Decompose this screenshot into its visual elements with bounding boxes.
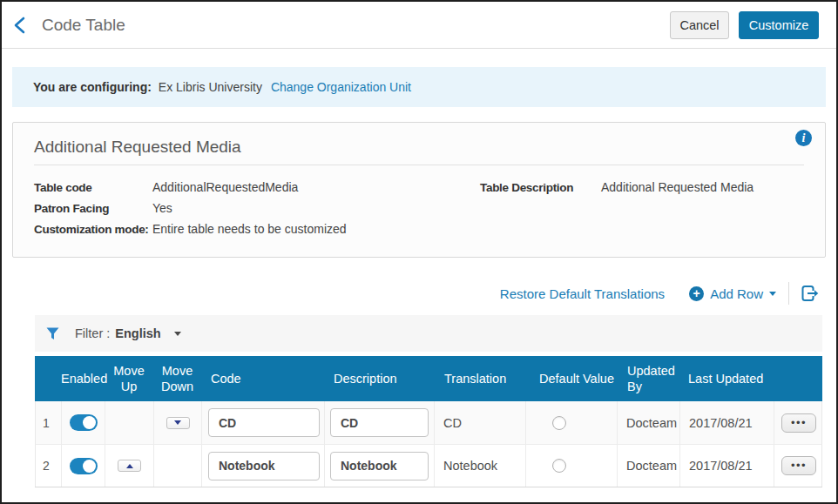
configuring-value: Ex Libris University [159, 80, 262, 94]
configuring-bar: You are configuring: Ex Libris Universit… [12, 67, 826, 107]
col-code: Code [201, 371, 324, 386]
cancel-button[interactable]: Cancel [670, 11, 729, 39]
top-bar: Code Table Cancel Customize [2, 2, 836, 49]
enabled-toggle[interactable] [70, 414, 98, 431]
divider [788, 282, 789, 305]
table-actions-row: Restore Default Translations + Add Row [2, 280, 836, 306]
col-default-value: Default Value [525, 371, 617, 386]
default-value-radio[interactable] [552, 459, 566, 473]
filter-dropdown-icon[interactable] [174, 332, 181, 336]
configuring-label: You are configuring: [33, 80, 152, 94]
table-body: 1 CD Docteam 2017/08/21 ••• 2 Notebook D… [35, 401, 822, 487]
filter-label: Filter : [75, 326, 110, 340]
updated-by-value: Docteam [618, 401, 680, 444]
description-input[interactable] [330, 452, 429, 480]
description-input[interactable] [330, 408, 429, 437]
chevron-down-icon [769, 292, 776, 296]
table-code-value: AdditionalRequestedMedia [152, 180, 298, 194]
table-description-value: Additional Requested Media [601, 180, 754, 194]
page-title: Code Table [42, 16, 125, 35]
row-number: 2 [36, 445, 62, 487]
code-table-panel: Additional Requested Media i Table code … [12, 122, 826, 258]
back-icon[interactable] [12, 17, 28, 34]
table-row: 1 CD Docteam 2017/08/21 ••• [35, 401, 822, 444]
table-description-label: Table Description [480, 181, 601, 194]
move-up-button[interactable] [118, 460, 141, 472]
last-updated-value: 2017/08/21 [680, 401, 774, 444]
row-actions-button[interactable]: ••• [781, 456, 816, 475]
toggle-knob [83, 460, 96, 473]
panel-divider [34, 165, 804, 165]
add-row-button[interactable]: + Add Row [689, 286, 776, 301]
code-input[interactable] [208, 452, 320, 480]
customization-mode-value: Entire table needs to be customized [152, 222, 347, 236]
code-input[interactable] [208, 408, 320, 437]
change-organization-unit-link[interactable]: Change Organization Unit [271, 80, 411, 94]
translation-value: CD [435, 401, 526, 444]
table-header: Enabled Move Up Move Down Code Descripti… [35, 356, 822, 401]
col-move-down: Move Down [153, 363, 201, 394]
last-updated-value: 2017/08/21 [680, 445, 774, 487]
panel-title: Additional Requested Media [34, 123, 804, 157]
plus-icon: + [689, 286, 704, 301]
col-move-up: Move Up [105, 363, 153, 394]
filter-bar: Filter : English [35, 315, 822, 352]
restore-default-translations-link[interactable]: Restore Default Translations [500, 286, 665, 301]
row-actions-button[interactable]: ••• [781, 413, 816, 433]
table-code-label: Table code [34, 181, 152, 194]
filter-icon[interactable] [46, 327, 59, 340]
arrow-up-icon [126, 464, 133, 468]
info-icon[interactable]: i [795, 130, 812, 146]
code-table: Filter : English Enabled Move Up Move Do… [35, 315, 822, 487]
toggle-knob [83, 416, 96, 429]
col-enabled: Enabled [61, 371, 105, 386]
col-last-updated: Last Updated [679, 371, 774, 386]
col-description: Description [324, 371, 434, 386]
updated-by-value: Docteam [618, 445, 680, 487]
customization-mode-label: Customization mode: [34, 223, 152, 236]
translation-value: Notebook [435, 445, 526, 487]
row-number: 1 [36, 401, 62, 444]
col-translation: Translation [434, 371, 525, 386]
export-icon[interactable] [801, 285, 819, 302]
arrow-down-icon [174, 420, 181, 425]
move-down-cell [154, 445, 202, 487]
patron-facing-label: Patron Facing [34, 202, 152, 215]
table-row: 2 Notebook Docteam 2017/08/21 ••• [35, 444, 822, 487]
col-updated-by: Updated By [617, 363, 679, 394]
enabled-toggle[interactable] [70, 458, 98, 474]
patron-facing-value: Yes [152, 201, 172, 215]
move-down-button[interactable] [166, 417, 190, 429]
filter-value[interactable]: English [115, 326, 160, 340]
move-up-cell [105, 401, 154, 444]
customize-button[interactable]: Customize [739, 11, 819, 39]
default-value-radio[interactable] [552, 416, 566, 430]
